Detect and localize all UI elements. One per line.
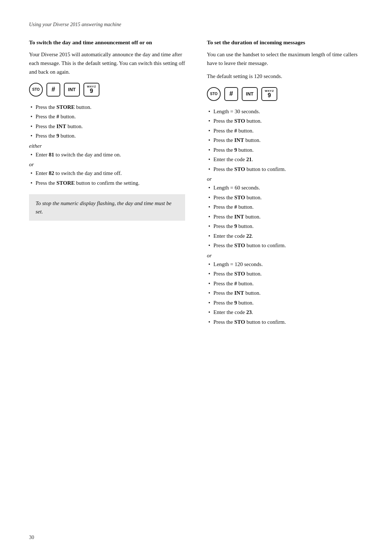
list-item: Press the 9 button. bbox=[207, 146, 363, 154]
either-label: either bbox=[29, 143, 185, 149]
right-intro-1: You can use the handset to select the ma… bbox=[207, 50, 363, 68]
list-item: Press the 9 button. bbox=[207, 299, 363, 307]
left-steps-list: Press the STORE button. Press the # butt… bbox=[29, 103, 185, 140]
page-number: 30 bbox=[29, 535, 34, 540]
list-item: Press the INT button. bbox=[207, 136, 363, 144]
list-item: Press the STO button. bbox=[207, 193, 363, 202]
section-120-list: Length = 120 seconds. Press the STO butt… bbox=[207, 260, 363, 326]
list-item: Press the # button. bbox=[29, 113, 185, 121]
list-item: Press the # button. bbox=[207, 127, 363, 135]
sto-button-icon-right: STO bbox=[207, 87, 221, 101]
list-item: Press the STO button. bbox=[207, 117, 363, 125]
list-item: Enter the code 22. bbox=[207, 232, 363, 240]
or-label-right-2: or bbox=[207, 253, 363, 259]
list-item: Press the INT button. bbox=[207, 289, 363, 297]
left-button-row: STO # INT WXYZ 9 bbox=[29, 83, 185, 97]
list-item: Press the STO button to confirm. bbox=[207, 165, 363, 174]
or-label-1: or bbox=[29, 162, 185, 168]
or-label-right-1: or bbox=[207, 176, 363, 182]
list-item: Press the STORE button to confirm the se… bbox=[29, 179, 185, 187]
hash-button-icon-right: # bbox=[224, 87, 238, 101]
section-60-list: Length = 60 seconds. Press the STO butto… bbox=[207, 184, 363, 250]
int-button-icon: INT bbox=[64, 83, 80, 97]
list-item: Length = 60 seconds. bbox=[207, 184, 363, 192]
int-button-icon-right: INT bbox=[242, 87, 258, 101]
right-intro-2: The default setting is 120 seconds. bbox=[207, 72, 363, 81]
list-item: Enter the code 23. bbox=[207, 308, 363, 317]
section-30-list: Length = 30 seconds. Press the STO butto… bbox=[207, 107, 363, 174]
wxyz9-button-icon-right: WXYZ 9 bbox=[261, 87, 277, 101]
list-item: Press the STO button. bbox=[207, 270, 363, 278]
list-item: Press the STO button to confirm. bbox=[207, 241, 363, 250]
right-section-title: To set the duration of incoming messages bbox=[207, 38, 363, 46]
list-item: Enter the code 21. bbox=[207, 155, 363, 164]
list-item: Press the 9 button. bbox=[29, 132, 185, 140]
list-item: Enter 81 to switch the day and time on. bbox=[29, 151, 185, 159]
list-item: Press the STORE button. bbox=[29, 103, 185, 111]
page: Using your Diverse 2015 answering machin… bbox=[0, 0, 392, 555]
right-column: To set the duration of incoming messages… bbox=[207, 38, 363, 329]
left-intro: Your Diverse 2015 will automatically ann… bbox=[29, 50, 185, 76]
hash-button-icon: # bbox=[46, 83, 60, 97]
list-item: Press the 9 button. bbox=[207, 222, 363, 230]
two-column-layout: To switch the day and time announcement … bbox=[29, 38, 363, 329]
sto-button-icon: STO bbox=[29, 83, 43, 97]
list-item: Press the # button. bbox=[207, 279, 363, 288]
list-item: Length = 120 seconds. bbox=[207, 260, 363, 269]
either-steps-list: Enter 81 to switch the day and time on. bbox=[29, 151, 185, 159]
list-item: Press the STO button to confirm. bbox=[207, 318, 363, 326]
right-button-row: STO # INT WXYZ 9 bbox=[207, 87, 363, 101]
left-section-title: To switch the day and time announcement … bbox=[29, 38, 185, 46]
wxyz9-button-icon: WXYZ 9 bbox=[83, 83, 99, 97]
or-steps-list: Enter 82 to switch the day and time off.… bbox=[29, 169, 185, 187]
list-item: Press the INT button. bbox=[207, 213, 363, 221]
list-item: Enter 82 to switch the day and time off. bbox=[29, 169, 185, 177]
left-column: To switch the day and time announcement … bbox=[29, 38, 185, 221]
note-box: To stop the numeric display flashing, th… bbox=[29, 194, 185, 221]
list-item: Press the INT button. bbox=[29, 122, 185, 131]
page-header: Using your Diverse 2015 answering machin… bbox=[29, 22, 363, 28]
list-item: Press the # button. bbox=[207, 203, 363, 211]
list-item: Length = 30 seconds. bbox=[207, 107, 363, 116]
